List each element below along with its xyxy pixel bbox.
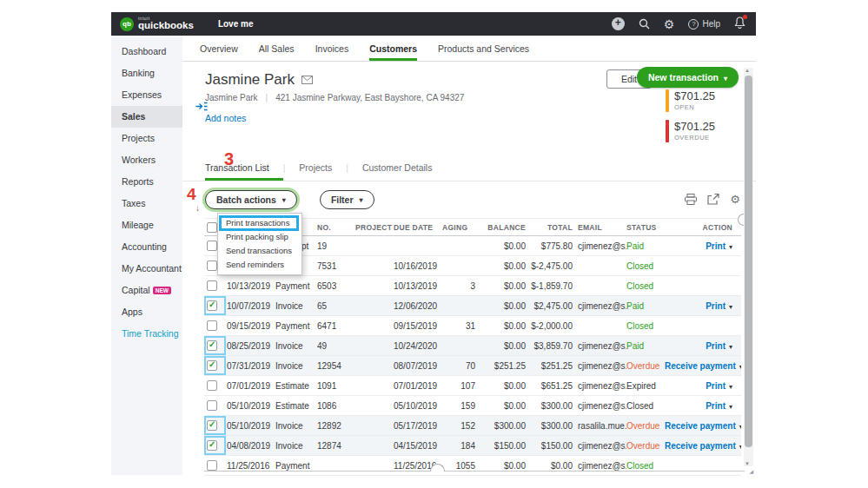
tab-customers[interactable]: Customers (369, 43, 417, 61)
collapse-sidebar-icon[interactable] (195, 99, 208, 115)
table-row[interactable]: 05/10/2019Invoice1289205/17/2019152$300.… (204, 416, 741, 436)
due-date-cell: 05/10/2019 (394, 401, 442, 411)
action-link[interactable]: Print (706, 301, 726, 311)
vertical-scrollbar[interactable] (744, 68, 753, 466)
action-link[interactable]: Print (706, 401, 726, 411)
date-cell: 10/13/2019 (227, 281, 275, 291)
status-badge: Overdue (626, 421, 665, 431)
action-link[interactable]: Receive payment (665, 441, 736, 451)
print-icon[interactable] (685, 194, 697, 205)
status-badge: Closed (626, 461, 665, 471)
tab-all-sales[interactable]: All Sales (259, 43, 295, 61)
sidebar-item-my-accountant[interactable]: My Accountant (111, 258, 182, 280)
row-checkbox[interactable] (207, 460, 217, 471)
sidebar-item-label: Projects (122, 133, 155, 143)
sidebar-item-label: My Accountant (122, 263, 182, 274)
email-cell: cjimenez@s... (578, 341, 626, 351)
add-notes-link[interactable]: Add notes (205, 113, 246, 123)
status-badge: Closed (626, 281, 665, 291)
gear-icon[interactable] (664, 16, 675, 32)
sidebar-item-reports[interactable]: Reports (111, 171, 182, 193)
top-navbar: qb intuit quickbooks Love me ? Help (111, 12, 756, 36)
action-cell: Print (665, 341, 741, 351)
sidebar-item-taxes[interactable]: Taxes (111, 193, 182, 214)
tab-overview[interactable]: Overview (200, 43, 238, 61)
row-checkbox[interactable] (207, 420, 217, 431)
help-button[interactable]: ? Help (688, 19, 720, 30)
number-cell: 19 (317, 241, 355, 251)
sidebar-item-dashboard[interactable]: Dashboard (111, 41, 182, 63)
sidebar-item-apps[interactable]: Apps (111, 301, 182, 323)
vertical-scrollbar-thumb[interactable] (745, 76, 752, 447)
balance-cell: $251.25 (480, 361, 531, 371)
create-plus-icon[interactable] (612, 17, 625, 30)
action-link[interactable]: Print (706, 341, 726, 351)
row-checkbox[interactable] (207, 340, 217, 351)
sidebar-item-mileage[interactable]: Mileage (111, 214, 182, 236)
row-checkbox[interactable] (207, 260, 217, 271)
table-row[interactable]: 10/07/2019Invoice6512/06/2020$0.00$2,475… (204, 296, 741, 316)
menu-item-print-transactions[interactable]: Print transactions (218, 216, 301, 230)
horizontal-scrollbar[interactable] (204, 471, 745, 472)
table-row[interactable]: 04/08/2019Invoice1287404/15/2019184$150.… (204, 436, 741, 456)
sidebar-item-label: Mileage (122, 220, 154, 230)
row-checkbox[interactable] (207, 241, 217, 251)
checkbox-cell (204, 456, 227, 475)
balance-cell: $150.00 (480, 441, 531, 451)
sidebar-item-label: Dashboard (122, 46, 166, 56)
notifications-bell-icon[interactable] (734, 16, 745, 32)
tab-products-and-services[interactable]: Products and Services (438, 43, 529, 61)
table-settings-gear-icon[interactable] (730, 193, 740, 206)
table-row[interactable]: 11/25/2016Payment11/25/20161055$0.00$0.0… (204, 456, 741, 476)
caret-down-icon (726, 241, 732, 251)
table-row[interactable]: 08/25/2019Invoice4910/24/2020$0.00$3,859… (204, 336, 741, 356)
menu-item-send-reminders[interactable]: Send reminders (218, 258, 301, 272)
sidebar-item-accounting[interactable]: Accounting (111, 236, 182, 258)
table-row[interactable]: 09/15/2019Payment647109/15/201931$0.00$-… (204, 316, 741, 336)
search-icon[interactable] (639, 18, 650, 30)
sidebar-item-workers[interactable]: Workers (111, 149, 182, 171)
sidebar-item-expenses[interactable]: Expenses (111, 84, 182, 106)
overdue-amount: $701.25 (674, 120, 715, 133)
sidebar-item-time-tracking[interactable]: Time Tracking (111, 323, 182, 345)
sidebar-item-projects[interactable]: Projects (111, 128, 182, 149)
envelope-icon[interactable] (301, 76, 313, 84)
tab-invoices[interactable]: Invoices (315, 43, 349, 61)
action-link[interactable]: Receive payment (665, 421, 736, 431)
section-tab-projects[interactable]: Projects (285, 162, 346, 181)
column-header: PROJECT (355, 223, 394, 232)
batch-actions-button[interactable]: Batch actions (205, 190, 297, 209)
row-checkbox[interactable] (207, 320, 217, 331)
new-transaction-button[interactable]: New transaction (637, 67, 739, 88)
section-tab-customer-details[interactable]: Customer Details (348, 162, 447, 181)
table-row[interactable]: 07/01/2019Estimate109107/01/2019107$0.00… (204, 376, 741, 396)
date-cell: 11/25/2016 (227, 461, 275, 471)
action-link[interactable]: Print (706, 241, 726, 251)
balance-cell: $0.00 (480, 381, 531, 391)
company-name: Love me (218, 19, 254, 29)
row-checkbox[interactable] (207, 300, 217, 311)
table-row[interactable]: 05/10/2019Estimate108605/10/2019159$0.00… (204, 396, 741, 416)
action-link[interactable]: Print (706, 381, 726, 391)
row-checkbox[interactable] (207, 380, 217, 391)
row-checkbox[interactable] (207, 280, 217, 291)
select-all-checkbox[interactable] (207, 222, 217, 233)
row-checkbox[interactable] (207, 440, 217, 451)
row-checkbox[interactable] (207, 400, 217, 411)
action-cell: Receive payment (665, 361, 741, 371)
menu-item-print-packing-slip[interactable]: Print packing slip (218, 230, 301, 244)
action-link[interactable]: Receive payment (665, 361, 736, 371)
filter-button[interactable]: Filter (320, 190, 374, 209)
export-icon[interactable] (707, 194, 719, 205)
table-row[interactable]: 10/13/2019Payment650310/13/20193$0.00$-1… (204, 276, 741, 296)
sidebar-item-sales[interactable]: Sales (111, 106, 182, 128)
aging-cell: 1055 (442, 461, 480, 471)
row-checkbox[interactable] (207, 360, 217, 371)
menu-item-send-transactions[interactable]: Send transactions (218, 244, 301, 258)
overdue-label: OVERDUE (674, 134, 715, 142)
sidebar-item-capital[interactable]: CapitalNEW (111, 280, 182, 301)
section-tab-transaction-list[interactable]: Transaction List (205, 162, 283, 181)
sidebar-item-banking[interactable]: Banking (111, 63, 182, 84)
table-row[interactable]: 07/31/2019Invoice1295408/07/201970$251.2… (204, 356, 741, 376)
quickbooks-logo[interactable]: qb intuit quickbooks (120, 16, 194, 31)
